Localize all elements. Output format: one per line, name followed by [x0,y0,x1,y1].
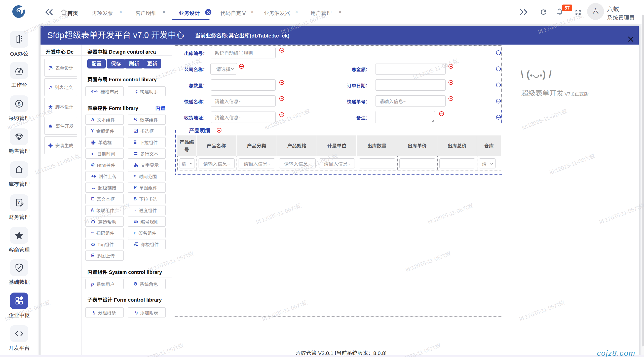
svg-text:$: $ [18,101,21,106]
svg-text:?: ? [17,200,20,205]
